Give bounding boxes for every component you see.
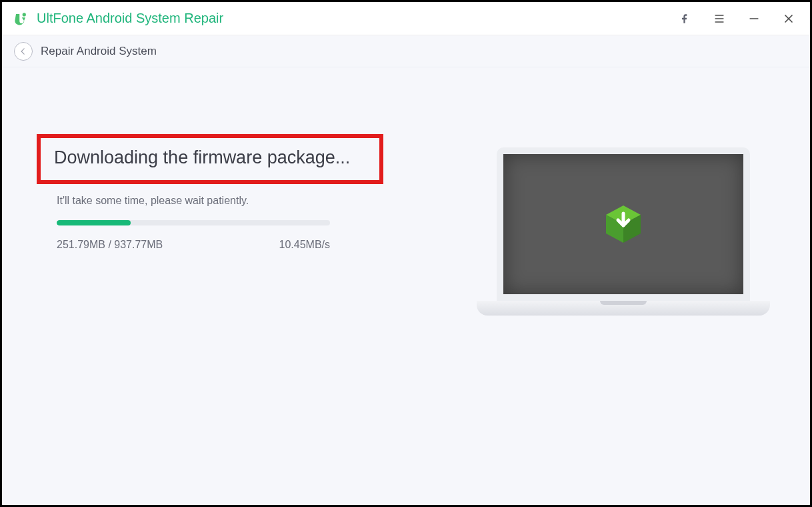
breadcrumb-title: Repair Android System [41,45,157,58]
speed-label: 10.45MB/s [279,239,330,251]
svg-point-1 [23,13,26,16]
back-button[interactable] [14,42,33,61]
downloaded-label: 251.79MB / 937.77MB [57,239,163,251]
app-title: UltFone Android System Repair [37,11,223,26]
main-heading: Downloading the firmware package... [54,147,366,168]
download-status-panel: Downloading the firmware package... It'l… [37,134,383,251]
heading-highlight-box: Downloading the firmware package... [37,134,383,184]
close-button[interactable] [781,11,797,27]
laptop-notch [600,301,647,305]
titlebar-left: UltFone Android System Repair [11,9,223,28]
laptop-illustration [477,147,770,321]
progress-bar [57,220,330,225]
content-area: Downloading the firmware package... It'l… [2,67,810,505]
laptop-base [477,301,770,316]
laptop-screen [497,147,750,301]
sub-text: It'll take some time, please wait patien… [57,195,383,207]
progress-fill [57,220,131,225]
progress-details: 251.79MB / 937.77MB 10.45MB/s [57,239,330,251]
window-controls [677,11,797,27]
subheader: Repair Android System [2,35,810,67]
facebook-icon[interactable] [677,11,693,27]
menu-icon[interactable] [711,11,727,27]
minimize-button[interactable] [746,11,762,27]
titlebar: UltFone Android System Repair [2,2,810,35]
app-logo-icon [11,9,30,28]
download-cube-icon [602,203,645,245]
